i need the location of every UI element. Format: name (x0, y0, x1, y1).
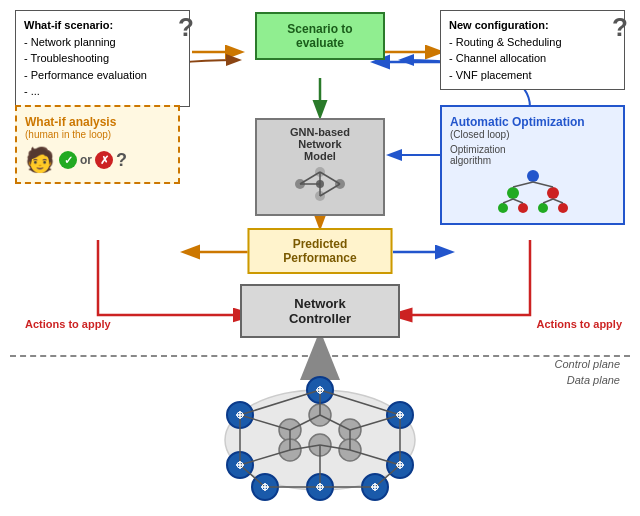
svg-line-22 (543, 199, 553, 203)
svg-point-14 (498, 203, 508, 213)
new-config-box: New configuration: - Routing & Schedulin… (440, 10, 625, 90)
svg-point-15 (518, 203, 528, 213)
topology-svg (210, 375, 430, 505)
data-plane-label: Data plane (567, 374, 620, 386)
network-controller-box: Network Controller (240, 284, 400, 338)
svg-point-12 (507, 187, 519, 199)
whatif-scenario-item1: - Network planning (24, 34, 181, 51)
config-question-mark: ? (612, 12, 628, 43)
predicted-line1: Predicted (256, 237, 385, 251)
gnn-network-icon (290, 164, 350, 204)
svg-text:...: ... (528, 206, 536, 213)
whatif-scenario-item2: - Troubleshooting (24, 50, 181, 67)
auto-opt-subtitle1: (Closed loop) (450, 129, 615, 140)
opt-algorithm-icon: ... (493, 168, 573, 213)
gnn-line2: Network (263, 138, 377, 150)
gnn-line3: Model (263, 150, 377, 162)
whatif-scenario-item3: - Performance evaluation (24, 67, 181, 84)
whatif-scenario-title: What-if scenario: (24, 17, 181, 34)
auto-opt-subtitle3: algorithm (450, 155, 615, 166)
x-icon: ✗ (95, 151, 113, 169)
plane-separator (10, 355, 630, 357)
person-icon: 🧑 (25, 146, 55, 174)
whatif-analysis-subtitle: (human in the loop) (25, 129, 170, 140)
auto-opt-title: Automatic Optimization (450, 115, 615, 129)
predicted-line2: Performance (256, 251, 385, 265)
control-plane-label: Control plane (555, 358, 620, 370)
svg-line-21 (513, 199, 523, 203)
whatif-scenario-item4: - ... (24, 83, 181, 100)
scenario-eval-line1: Scenario to (263, 22, 377, 36)
check-icon: ✓ (59, 151, 77, 169)
network-ctrl-line1: Network (250, 296, 390, 311)
svg-line-19 (533, 182, 553, 187)
svg-line-18 (513, 182, 533, 187)
svg-point-13 (547, 187, 559, 199)
whatif-scenario-box: What-if scenario: - Network planning - T… (15, 10, 190, 107)
whatif-analysis-title: What-if analysis (25, 115, 170, 129)
scenario-eval-box: Scenario to evaluate (255, 12, 385, 60)
auto-opt-box: Automatic Optimization (Closed loop) Opt… (440, 105, 625, 225)
gnn-model-box: GNN-based Network Model (255, 118, 385, 216)
question-icon: ? (116, 150, 127, 171)
new-config-title: New configuration: (449, 17, 616, 34)
new-config-item2: - Channel allocation (449, 50, 616, 67)
scenario-question-mark: ? (178, 12, 194, 43)
new-config-item1: - Routing & Scheduling (449, 34, 616, 51)
svg-point-16 (538, 203, 548, 213)
network-topology (210, 375, 430, 505)
predicted-performance-box: Predicted Performance (248, 228, 393, 274)
actions-left-label: Actions to apply (25, 318, 111, 330)
svg-point-11 (527, 170, 539, 182)
scenario-eval-line2: evaluate (263, 36, 377, 50)
network-ctrl-line2: Controller (250, 311, 390, 326)
whatif-analysis-box: What-if analysis (human in the loop) 🧑 ✓… (15, 105, 180, 184)
auto-opt-subtitle2: Optimization (450, 144, 615, 155)
svg-line-23 (553, 199, 563, 203)
or-label: or (80, 153, 92, 167)
actions-right-label: Actions to apply (536, 318, 622, 330)
gnn-line1: GNN-based (263, 126, 377, 138)
new-config-item3: - VNF placement (449, 67, 616, 84)
main-diagram: What-if scenario: - Network planning - T… (0, 0, 640, 516)
svg-line-20 (503, 199, 513, 203)
svg-point-17 (558, 203, 568, 213)
